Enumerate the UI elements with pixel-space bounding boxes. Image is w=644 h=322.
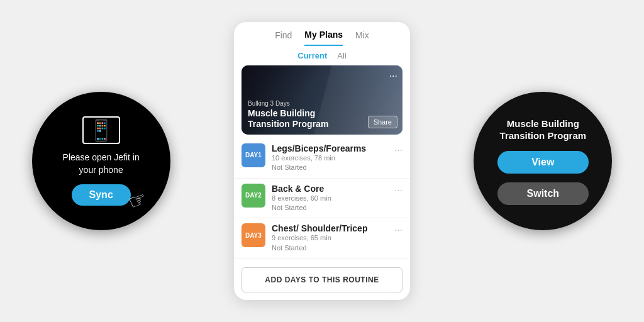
day3-name: Chest/ Shoulder/Tricep bbox=[272, 223, 388, 233]
sub-tab-all[interactable]: All bbox=[337, 51, 346, 60]
day2-info: Back & Core 8 exercises, 60 min Not Star… bbox=[272, 184, 388, 213]
day3-status: Not Started bbox=[272, 243, 388, 253]
tab-mix[interactable]: Mix bbox=[355, 30, 369, 45]
day1-name: Legs/Biceps/Forearms bbox=[272, 143, 388, 153]
day3-badge: DAY3 bbox=[242, 223, 265, 247]
day1-status: Not Started bbox=[272, 163, 388, 172]
day-list: DAY1 Legs/Biceps/Forearms 10 exercises, … bbox=[234, 135, 410, 262]
sync-button[interactable]: Sync bbox=[72, 184, 131, 206]
phone-icon: 📱 bbox=[82, 116, 120, 144]
tab-my-plans[interactable]: My Plans bbox=[304, 30, 343, 46]
add-days-button[interactable]: ADD DAYS TO THIS ROUTINE bbox=[242, 267, 402, 292]
hand-cursor-icon: ☞ bbox=[125, 186, 150, 215]
switch-button[interactable]: Switch bbox=[497, 182, 589, 205]
day1-badge: DAY1 bbox=[242, 143, 265, 167]
table-row: DAY3 Chest/ Shoulder/Tricep 9 exercises,… bbox=[234, 218, 410, 258]
table-row: DAY2 Back & Core 8 exercises, 60 min Not… bbox=[234, 179, 410, 219]
day2-badge: DAY2 bbox=[242, 184, 265, 208]
sub-tabs: Current All bbox=[234, 46, 410, 65]
sub-tab-current[interactable]: Current bbox=[297, 51, 327, 60]
day3-exercises: 9 exercises, 65 min bbox=[272, 233, 388, 243]
hero-tag: Bulking 3 Days bbox=[248, 100, 328, 107]
share-button[interactable]: Share bbox=[368, 116, 397, 128]
day1-dots-button[interactable]: ··· bbox=[394, 145, 402, 156]
hero-dots-button[interactable]: ··· bbox=[389, 70, 397, 82]
main-tabs: Find My Plans Mix bbox=[234, 22, 410, 46]
right-watch: Muscle Building Transition Program View … bbox=[474, 92, 612, 230]
day2-dots-button[interactable]: ··· bbox=[394, 185, 402, 196]
left-watch: 📱 Please open Jefit in your phone Sync ☞ bbox=[32, 92, 170, 230]
hero-title: Muscle Building Transition Program bbox=[248, 108, 328, 130]
hero-card: ··· Bulking 3 Days Muscle Building Trans… bbox=[242, 65, 402, 135]
day2-exercises: 8 exercises, 60 min bbox=[272, 194, 388, 203]
day3-dots-button[interactable]: ··· bbox=[394, 225, 402, 236]
right-watch-title: Muscle Building Transition Program bbox=[500, 118, 587, 142]
table-row: DAY1 Legs/Biceps/Forearms 10 exercises, … bbox=[234, 138, 410, 179]
day1-info: Legs/Biceps/Forearms 10 exercises, 78 mi… bbox=[272, 143, 388, 173]
left-watch-message: Please open Jefit in your phone bbox=[63, 152, 140, 176]
day2-status: Not Started bbox=[272, 203, 388, 213]
day2-name: Back & Core bbox=[272, 184, 388, 194]
day3-info: Chest/ Shoulder/Tricep 9 exercises, 65 m… bbox=[272, 223, 388, 253]
phone-screen: Find My Plans Mix Current All ··· Bulkin… bbox=[234, 22, 410, 300]
tab-find[interactable]: Find bbox=[275, 30, 292, 45]
day1-exercises: 10 exercises, 78 min bbox=[272, 153, 388, 163]
hero-content: Bulking 3 Days Muscle Building Transitio… bbox=[248, 100, 328, 130]
view-button[interactable]: View bbox=[497, 151, 589, 174]
